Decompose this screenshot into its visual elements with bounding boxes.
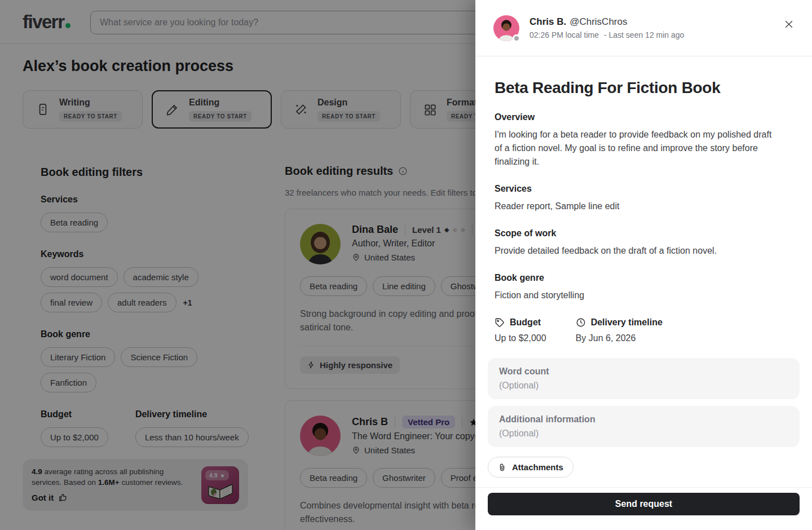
panel-footer: Send request bbox=[475, 487, 812, 515]
services-text: Reader report, Sample line edit bbox=[495, 200, 781, 213]
word-count-placeholder: (Optional) bbox=[499, 381, 788, 391]
panel-user-name: Chris B. bbox=[529, 16, 566, 27]
additional-info-placeholder: (Optional) bbox=[499, 429, 788, 439]
word-count-input[interactable]: Word count (Optional) bbox=[488, 358, 800, 399]
send-request-button[interactable]: Send request bbox=[488, 493, 800, 515]
screen: fiverr Alex’s book creation process Writ… bbox=[0, 0, 812, 530]
genre-text: Fiction and storytelling bbox=[495, 289, 781, 302]
scope-text: Provide detailed feedback on the draft o… bbox=[495, 244, 781, 258]
panel-body: Beta Reading For Fiction Book Overview I… bbox=[475, 56, 812, 515]
delivery-timeline-value: By Jun 6, 2026 bbox=[576, 333, 663, 343]
last-seen: - Last seen 12 min ago bbox=[604, 30, 684, 39]
budget-label: Budget bbox=[510, 317, 541, 328]
overview-text: I'm looking for a beta reader to provide… bbox=[495, 128, 781, 169]
genre-label: Book genre bbox=[495, 273, 800, 283]
close-button[interactable] bbox=[782, 17, 796, 32]
additional-info-input[interactable]: Additional information (Optional) bbox=[488, 406, 800, 447]
services-label: Services bbox=[495, 184, 800, 194]
paperclip-icon bbox=[498, 463, 506, 472]
local-time: 02:26 PM local time bbox=[529, 30, 599, 39]
panel-user-handle: @ChrisChros bbox=[570, 16, 627, 27]
word-count-label: Word count bbox=[499, 366, 788, 377]
scope-label: Scope of work bbox=[495, 228, 800, 238]
request-title: Beta Reading For Fiction Book bbox=[495, 79, 800, 97]
overview-label: Overview bbox=[495, 112, 800, 122]
tag-icon bbox=[495, 317, 505, 328]
clock-icon bbox=[576, 317, 586, 328]
budget-value: Up to $2,000 bbox=[495, 333, 546, 343]
close-icon bbox=[783, 19, 795, 30]
attachments-button[interactable]: Attachments bbox=[488, 457, 573, 478]
status-dot bbox=[513, 34, 520, 42]
request-panel: Chris B.@ChrisChros 02:26 PM local time-… bbox=[475, 0, 812, 530]
panel-header: Chris B.@ChrisChros 02:26 PM local time-… bbox=[475, 0, 812, 56]
delivery-timeline-label: Delivery timeline bbox=[591, 317, 663, 328]
additional-info-label: Additional information bbox=[499, 414, 788, 425]
